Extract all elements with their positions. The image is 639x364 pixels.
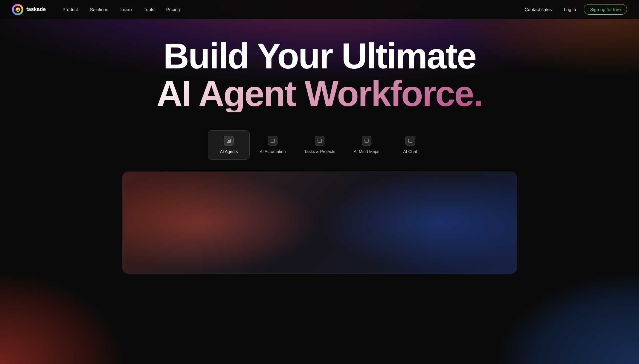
svg-rect-4 [365, 139, 368, 143]
svg-rect-2 [271, 139, 274, 143]
tab-tasks-projects-label: Tasks & Projects [304, 149, 335, 154]
tab-ai-chat[interactable]: AI Chat [389, 130, 431, 160]
login-link[interactable]: Log in [560, 5, 580, 14]
tab-ai-agents-label: AI Agents [220, 149, 238, 154]
contact-sales-link[interactable]: Contact sales [521, 5, 556, 14]
nav-left: 😀 taskade Product Solutions Learn Tools … [12, 4, 185, 15]
svg-rect-3 [318, 139, 321, 143]
logo[interactable]: 😀 taskade [12, 4, 46, 15]
headline-line1: Build Your Ultimate [157, 37, 483, 75]
brand-name: taskade [26, 6, 46, 13]
demo-area [122, 172, 517, 274]
ai-chat-icon [405, 136, 415, 146]
demo-inner [123, 172, 517, 273]
ai-automation-icon [268, 136, 277, 146]
tab-ai-chat-label: AI Chat [403, 149, 417, 154]
signup-button[interactable]: Sign up for free [584, 4, 627, 15]
nav-pricing[interactable]: Pricing [161, 5, 185, 14]
svg-rect-5 [408, 139, 412, 143]
svg-rect-1 [228, 140, 230, 142]
logo-inner: 😀 [14, 6, 22, 13]
tab-ai-automation-label: AI Automation [260, 149, 286, 154]
tab-ai-agents[interactable]: AI Agents [208, 130, 250, 160]
ai-mind-maps-icon [362, 136, 371, 146]
tab-ai-mind-maps[interactable]: AI Mind Maps [345, 130, 388, 160]
hero-headline: Build Your Ultimate AI Agent Workforce. [145, 37, 495, 112]
tab-ai-mind-maps-label: AI Mind Maps [354, 149, 379, 154]
nav-product[interactable]: Product [58, 5, 83, 14]
ai-agents-icon [224, 136, 234, 146]
nav-right: Contact sales Log in Sign up for free [521, 4, 627, 15]
feature-tabs: AI Agents AI Automation Tasks & Projects [208, 130, 431, 160]
navbar: 😀 taskade Product Solutions Learn Tools … [0, 0, 639, 19]
nav-solutions[interactable]: Solutions [85, 5, 113, 14]
nav-tools[interactable]: Tools [139, 5, 159, 14]
tab-tasks-projects[interactable]: Tasks & Projects [296, 130, 344, 160]
tab-ai-automation[interactable]: AI Automation [251, 130, 294, 160]
nav-links: Product Solutions Learn Tools Pricing [58, 5, 185, 14]
nav-learn[interactable]: Learn [115, 5, 136, 14]
tasks-projects-icon [315, 136, 324, 146]
logo-icon: 😀 [12, 4, 23, 15]
headline-line2: AI Agent Workforce. [157, 75, 483, 112]
hero-content: Build Your Ultimate AI Agent Workforce. … [0, 19, 639, 274]
hero-section: Build Your Ultimate AI Agent Workforce. … [0, 0, 639, 364]
